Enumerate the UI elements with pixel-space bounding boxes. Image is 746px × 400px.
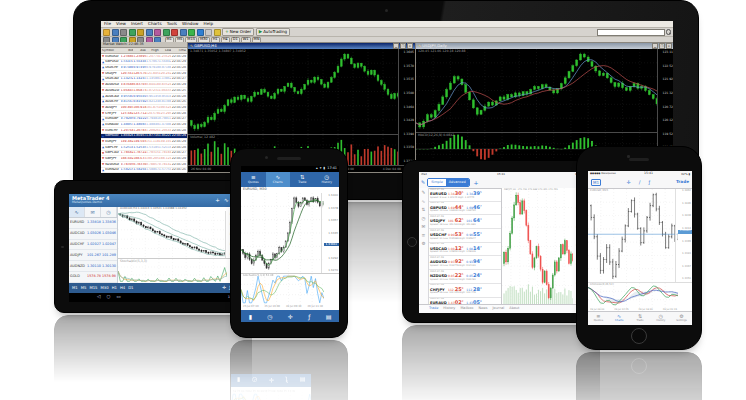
segment-advanced[interactable]: Advanced xyxy=(446,179,469,186)
quote-row[interactable]: 2014.07.29USDCHF0.905320.90553Spread: 21… xyxy=(429,229,501,243)
tab-news[interactable]: News xyxy=(478,307,487,310)
price-pane[interactable]: 120.45 121.06 120.18 120.88 xyxy=(416,49,657,132)
toolbar-icon[interactable] xyxy=(171,29,178,36)
tab-history[interactable]: History xyxy=(443,307,455,310)
price-pane[interactable]: 1.34871 1.35052 1.34807 1.34952 xyxy=(188,49,398,134)
recents-key[interactable]: ▭ xyxy=(116,295,120,300)
news-icon[interactable]: ≡ xyxy=(422,234,426,239)
price-chart[interactable]: EURUSD, M15 1.34621.34461.34301.34141.33… xyxy=(588,189,692,282)
timeframe-button[interactable]: M30 xyxy=(101,286,109,290)
indicators-icon[interactable]: ƒ xyxy=(308,314,310,320)
toolbar-icon[interactable] xyxy=(163,29,170,36)
toolbar-icon[interactable] xyxy=(154,29,161,36)
crosshair-icon[interactable]: ✛ xyxy=(288,314,293,320)
quote-row[interactable]: EURUSD1.338181.33836 xyxy=(69,218,117,229)
new-order-button[interactable]: +New Order xyxy=(222,28,254,36)
chart-area[interactable]: GBPJPY,H1: 172.452 172.688 172.301 172.4… xyxy=(502,188,585,305)
search-icon[interactable] xyxy=(666,29,672,35)
settings-icon[interactable]: ⚙ xyxy=(421,242,425,247)
quote-row[interactable]: AUDCAD1.030261.03046 xyxy=(69,229,117,240)
tab-quotes[interactable]: ≡Quotes xyxy=(588,312,609,325)
draw-line-icon[interactable]: ∕ xyxy=(639,180,641,185)
quote-row[interactable]: 2014.07.29AUDUSD0.939280.93947Spread: 19… xyxy=(429,256,501,270)
timeframe-button[interactable]: H4 xyxy=(120,286,125,290)
tab-history[interactable]: ◷ xyxy=(101,207,117,217)
toolbar-icon[interactable] xyxy=(120,29,127,36)
home-button[interactable] xyxy=(407,237,417,247)
history-icon[interactable]: ◷ xyxy=(422,217,426,222)
tab-mail[interactable]: ✉ xyxy=(85,207,101,217)
compose-icon[interactable]: ✎ xyxy=(421,180,425,185)
toolbar-icon[interactable] xyxy=(188,29,195,36)
tab-journal[interactable]: Journal xyxy=(493,307,505,310)
quote-row[interactable]: 2014.07.29NZDUSD0.852250.85248Spread: 23… xyxy=(429,270,501,284)
menu-help[interactable]: Help xyxy=(204,22,214,26)
period-icon[interactable]: ◷ xyxy=(267,314,272,320)
tab-history[interactable]: ◷History xyxy=(650,312,671,325)
tab-trade[interactable]: ⇅Trade xyxy=(630,312,651,325)
toolbar-icon[interactable] xyxy=(197,29,204,36)
timeframe-button[interactable]: M15 xyxy=(89,286,97,290)
toolbar-icon[interactable] xyxy=(180,29,187,36)
indicator-pane[interactable]: Stochastic(5,3,3) 52.49 xyxy=(241,274,339,305)
tab-settings[interactable]: ⚙Settings xyxy=(671,312,692,325)
timeframe-button[interactable]: D1 xyxy=(128,286,133,290)
toolbar-icon[interactable] xyxy=(137,29,144,36)
add-symbol-button[interactable]: + xyxy=(474,180,479,186)
home-button[interactable] xyxy=(631,328,647,344)
compose-icon[interactable]: ✎ xyxy=(422,191,426,196)
tab-charts[interactable]: ∿Charts xyxy=(609,312,630,325)
autotrading-button[interactable]: ▶AutoTrading xyxy=(256,28,290,36)
market-watch-row[interactable]: ▲EURNZD1.582151.582601.588671.5775422:46… xyxy=(101,168,187,173)
objects-icon[interactable]: ▤ xyxy=(326,314,332,320)
tab-quotes[interactable]: ∿ xyxy=(69,207,85,217)
trade-icon[interactable]: ⇅ xyxy=(422,208,426,213)
quote-row[interactable]: AUDCHF1.020271.02047 xyxy=(69,240,117,251)
timeframe-button[interactable]: M5 xyxy=(81,286,87,290)
search-input[interactable] xyxy=(597,29,665,36)
indicator-pane[interactable]: Ichimoku(9,26,52) xyxy=(588,283,692,308)
tab-about[interactable]: About xyxy=(509,307,519,310)
toolbar-icon[interactable] xyxy=(103,29,110,36)
tab-trade[interactable]: Trade xyxy=(429,307,438,310)
toolbar-icon[interactable] xyxy=(146,29,153,36)
toolbar-icon[interactable] xyxy=(214,29,221,36)
quote-row[interactable]: GOLD1578.781578.98 xyxy=(69,272,117,283)
crosshair-icon[interactable]: ✛ xyxy=(222,286,226,291)
new-order-icon[interactable]: + xyxy=(215,198,220,204)
toolbar-icon[interactable] xyxy=(205,29,212,36)
menu-window[interactable]: Window xyxy=(182,22,199,26)
simple-advanced-segment[interactable]: Simple Advanced xyxy=(427,178,469,187)
back-key[interactable]: ◁ xyxy=(97,295,100,300)
toolbar-icon[interactable] xyxy=(112,29,119,36)
chart-area[interactable]: AUDCAD,H4 1.04413 1.04521 1.04388 1.0445… xyxy=(118,207,241,283)
trade-link[interactable]: Trade xyxy=(676,180,689,184)
quote-row[interactable]: 2014.07.29USDCAD1.081221.08147Spread: 25… xyxy=(429,243,501,257)
quote-row[interactable]: 2014.07.29CHFJPY112.258112.284Spread: 26… xyxy=(429,284,501,298)
quote-row[interactable]: 2014.07.29GBPUSD1.694481.69467Spread: 19… xyxy=(429,202,501,216)
quote-row[interactable]: AUDNZD1.301101.30130 xyxy=(69,261,117,272)
menu-view[interactable]: View xyxy=(116,22,126,26)
menu-tools[interactable]: Tools xyxy=(167,22,177,26)
indicators-icon[interactable]: ƒ xyxy=(649,180,651,185)
menu-file[interactable]: File xyxy=(104,22,111,26)
menu-insert[interactable]: Insert xyxy=(131,22,143,26)
toolbar-icon[interactable] xyxy=(129,29,136,36)
timeframe-button[interactable]: M1 xyxy=(72,286,78,290)
home-key[interactable]: ○ xyxy=(106,295,110,300)
tab-mailbox[interactable]: Mailbox xyxy=(460,307,473,310)
tab-history[interactable]: ◷ History xyxy=(315,172,340,187)
segment-simple[interactable]: Simple xyxy=(428,179,446,186)
timeframe-button[interactable]: H1 xyxy=(112,286,117,290)
timeframe-button[interactable]: M1 xyxy=(591,179,601,186)
menu-charts[interactable]: Charts xyxy=(148,22,162,26)
crosshair-icon[interactable]: ✛ xyxy=(627,180,631,185)
price-chart[interactable]: 1.34001.33781.33571.33351.33131.32921.32… xyxy=(241,193,339,273)
chart-icon[interactable]: ∿ xyxy=(422,200,426,205)
quote-row[interactable]: 2014.07.29USDJPY101.625101.643Spread: 18… xyxy=(429,215,501,229)
mail-icon[interactable]: ✉ xyxy=(422,225,426,230)
tab-quotes[interactable]: ≡ Quotes xyxy=(241,172,266,187)
quote-row[interactable]: 2014.07.29EURUSD1.343051.34395Spread: 9 … xyxy=(429,188,501,202)
tab-charts[interactable]: ∿ Charts xyxy=(266,172,291,187)
bars-icon[interactable]: ▮ xyxy=(249,314,252,320)
